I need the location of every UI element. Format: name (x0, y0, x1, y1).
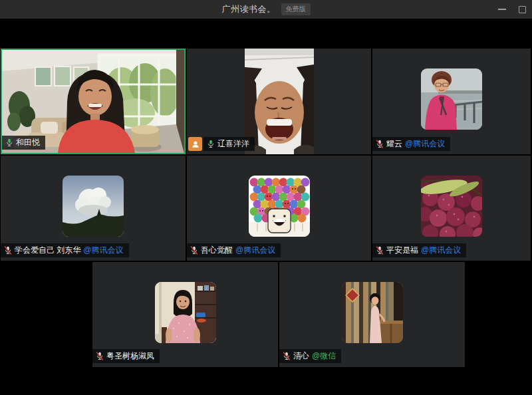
name-tag: 耀云@腾讯会议 (372, 137, 450, 151)
participant-name: 清心 (293, 351, 309, 361)
meeting-title: 广州读书会。 (222, 3, 276, 15)
minimize-icon (498, 9, 506, 10)
mic-on-icon (207, 140, 215, 148)
participant-name: 和田悦 (16, 138, 40, 148)
video-tile-liaoxiyangyang[interactable]: 辽喜洋洋 (187, 49, 371, 154)
name-tag: 平安是福@腾讯会议 (372, 243, 466, 257)
window-controls (492, 0, 532, 19)
avatar-image (421, 68, 482, 130)
minimize-button[interactable] (492, 0, 512, 19)
video-tile-wuxinjuexing[interactable]: 吾心觉醒@腾讯会议 (187, 156, 371, 261)
mic-muted-icon (96, 352, 104, 360)
person-badge-icon (188, 137, 202, 151)
maximize-icon (519, 6, 526, 13)
participant-name: 耀云 (386, 139, 402, 149)
participant-name: 吾心觉醒 (201, 245, 233, 255)
video-tile-yaoyun[interactable]: 耀云@腾讯会议 (372, 49, 531, 154)
mic-muted-icon (4, 246, 12, 255)
mic-muted-icon (376, 246, 384, 255)
participant-name: 辽喜洋洋 (217, 139, 249, 149)
participant-platform: @微信 (312, 351, 336, 361)
mic-muted-icon (283, 352, 291, 360)
free-plan-badge: 免费版 (281, 3, 311, 15)
avatar-image (155, 282, 216, 343)
mic-muted-icon (376, 140, 384, 148)
participant-video (245, 49, 314, 154)
participant-platform: @腾讯会议 (235, 245, 275, 255)
name-tag: 和田悦 (2, 136, 45, 150)
avatar-image (342, 282, 403, 343)
maximize-button[interactable] (512, 0, 532, 19)
name-tag: 学会爱自己 刘东华@腾讯会议 (1, 243, 129, 257)
avatar-image (421, 176, 482, 237)
video-tile-liudonghua[interactable]: 学会爱自己 刘东华@腾讯会议 (1, 156, 186, 261)
name-tag: 粤圣树杨淑凤 (92, 349, 160, 363)
meeting-window: 广州读书会。 免费版 (0, 0, 532, 395)
participant-platform: @腾讯会议 (405, 139, 445, 149)
participant-name: 学会爱自己 刘东华 (15, 245, 80, 255)
name-tag: 吾心觉醒@腾讯会议 (187, 243, 281, 257)
avatar-image (63, 176, 124, 237)
name-tag: 辽喜洋洋 (188, 137, 255, 151)
name-tag: 清心@微信 (279, 349, 341, 363)
participant-platform: @腾讯会议 (83, 245, 123, 255)
mic-muted-icon (190, 246, 198, 255)
window-titlebar: 广州读书会。 免费版 (0, 0, 532, 19)
participant-name: 平安是福 (386, 245, 418, 255)
video-tile-qingxin[interactable]: 清心@微信 (279, 262, 465, 367)
video-tile-hetianyue[interactable]: 和田悦 (1, 49, 186, 154)
video-tile-yangshufeng[interactable]: 粤圣树杨淑凤 (92, 262, 278, 367)
video-tile-pinganshifu[interactable]: 平安是福@腾讯会议 (372, 156, 531, 261)
participant-platform: @腾讯会议 (421, 245, 461, 255)
participant-name: 粤圣树杨淑凤 (106, 351, 154, 361)
avatar-image (249, 176, 310, 237)
mic-on-icon (5, 138, 13, 147)
